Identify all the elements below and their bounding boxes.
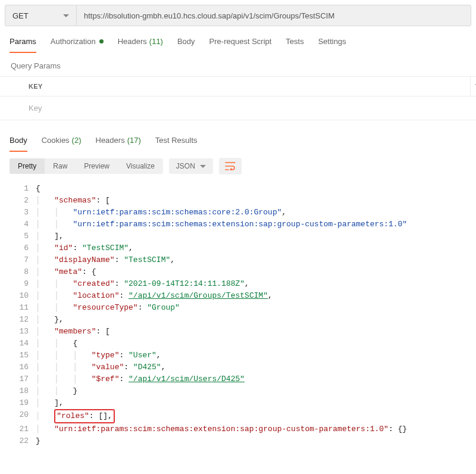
tab-tests[interactable]: Tests bbox=[286, 37, 303, 53]
response-type-dropdown[interactable]: JSON bbox=[169, 158, 213, 174]
line-number: 1 bbox=[0, 183, 36, 195]
line-number: 9 bbox=[0, 278, 36, 290]
status-dot-icon bbox=[99, 39, 104, 43]
line-number: 15 bbox=[0, 350, 36, 361]
viewmode-bar: Pretty Raw Preview Visualize JSON bbox=[0, 152, 476, 180]
line-number: 22 bbox=[0, 435, 36, 447]
line-number: 17 bbox=[0, 373, 36, 385]
line-number: 5 bbox=[0, 230, 36, 242]
view-preview[interactable]: Preview bbox=[76, 158, 118, 174]
view-pretty[interactable]: Pretty bbox=[10, 158, 45, 174]
tab-prerequest[interactable]: Pre-request Script bbox=[209, 37, 272, 53]
tab-settings[interactable]: Settings bbox=[318, 37, 346, 53]
request-url-input[interactable]: https://ibsolution-gmbh.eu10.hcs.cloud.s… bbox=[76, 5, 471, 26]
line-number: 14 bbox=[0, 338, 36, 350]
http-method-value: GET bbox=[12, 11, 29, 20]
request-tabs: Params Authorization Headers (11) Body P… bbox=[0, 26, 476, 53]
viewmode-group: Pretty Raw Preview Visualize bbox=[10, 158, 163, 174]
line-number: 3 bbox=[0, 207, 36, 219]
line-number: 4 bbox=[0, 219, 36, 230]
tab-body[interactable]: Body bbox=[177, 37, 195, 53]
request-bar: GET https://ibsolution-gmbh.eu10.hcs.clo… bbox=[0, 0, 476, 26]
view-raw[interactable]: Raw bbox=[45, 158, 76, 174]
resp-tab-cookies[interactable]: Cookies (2) bbox=[42, 136, 82, 152]
resp-tab-testresults[interactable]: Test Results bbox=[155, 136, 198, 152]
line-number: 16 bbox=[0, 361, 36, 373]
line-number: 10 bbox=[0, 290, 36, 302]
response-body-code[interactable]: 1{ 2│ "schemas": [ 3│ │ "urn:ietf:params… bbox=[0, 180, 476, 459]
line-number: 8 bbox=[0, 266, 36, 278]
resp-tab-body[interactable]: Body bbox=[10, 136, 27, 152]
params-header-value: V bbox=[470, 77, 476, 96]
chevron-down-icon bbox=[200, 165, 206, 168]
line-number: 20 bbox=[0, 409, 36, 423]
line-number: 21 bbox=[0, 423, 36, 435]
response-type-value: JSON bbox=[176, 162, 195, 170]
response-tabs: Body Cookies (2) Headers (17) Test Resul… bbox=[0, 130, 476, 152]
line-number: 19 bbox=[0, 397, 36, 409]
line-number: 11 bbox=[0, 302, 36, 314]
tab-authorization[interactable]: Authorization bbox=[51, 37, 104, 53]
roles-highlight-box: "roles": [], bbox=[54, 409, 115, 423]
params-header-key: KEY bbox=[0, 77, 470, 96]
http-method-dropdown[interactable]: GET bbox=[5, 5, 76, 26]
params-key-input[interactable] bbox=[0, 96, 476, 120]
chevron-down-icon bbox=[63, 14, 69, 17]
view-visualize[interactable]: Visualize bbox=[118, 158, 163, 174]
line-number: 18 bbox=[0, 385, 36, 397]
params-table-header: KEY V bbox=[0, 76, 476, 96]
line-number: 7 bbox=[0, 254, 36, 266]
query-params-title: Query Params bbox=[0, 53, 476, 76]
line-number: 12 bbox=[0, 314, 36, 326]
tab-params[interactable]: Params bbox=[10, 37, 36, 53]
request-url-text: https://ibsolution-gmbh.eu10.hcs.cloud.s… bbox=[84, 11, 334, 20]
params-row bbox=[0, 96, 476, 120]
line-number: 13 bbox=[0, 326, 36, 338]
line-number: 6 bbox=[0, 242, 36, 254]
resp-tab-headers[interactable]: Headers (17) bbox=[96, 136, 141, 152]
wrap-lines-button[interactable] bbox=[219, 158, 242, 174]
line-number: 2 bbox=[0, 195, 36, 207]
tab-headers[interactable]: Headers (11) bbox=[118, 37, 163, 53]
wrap-lines-icon bbox=[225, 162, 236, 170]
